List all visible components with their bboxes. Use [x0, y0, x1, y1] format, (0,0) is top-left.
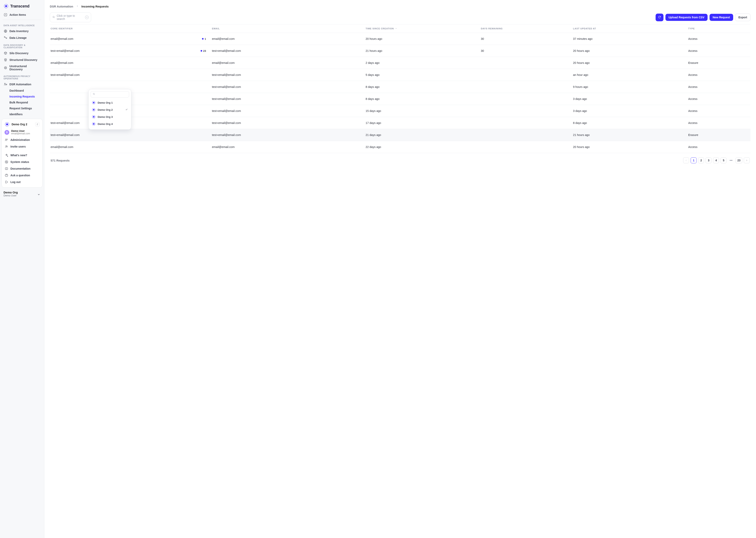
cell-since: 8 days ago	[366, 85, 481, 88]
cell-since: 17 days ago	[366, 121, 481, 125]
cell-email: email@email.com	[212, 145, 365, 148]
svg-point-5	[6, 38, 7, 39]
table-row[interactable]: test+email@email.comtest+email@email.com…	[50, 129, 750, 141]
org-option[interactable]: Demo Org 3	[91, 113, 129, 120]
cell-since: 22 days ago	[366, 145, 481, 148]
brand[interactable]: Transcend	[0, 2, 44, 11]
swap-icon	[35, 122, 40, 127]
svg-point-24	[93, 116, 95, 118]
nav-incoming-requests[interactable]: Incoming Requests	[0, 93, 44, 99]
refresh-button[interactable]	[656, 14, 663, 21]
cell-days: 30	[481, 49, 573, 52]
nav-identifiers[interactable]: Identifiers	[0, 111, 44, 117]
table-row[interactable]: email@email.comemail@email.com22 days ag…	[50, 141, 750, 153]
admin-icon	[5, 138, 9, 142]
nav-label: Structured Discovery	[10, 58, 37, 62]
cell-email: test+email@email.com	[212, 49, 365, 52]
nav-label: Unstructured Discovery	[10, 65, 41, 71]
table-row[interactable]: email@email.comemail@email.com2 days ago…	[50, 57, 750, 69]
table-row[interactable]: test+email@email.com15 days ago3 days ag…	[50, 105, 750, 117]
nav-unstructured-discovery[interactable]: Unstructured Discovery	[0, 63, 44, 72]
export-button[interactable]: Export	[735, 14, 750, 21]
org-card: Demo Org 2 D Demo User email@email.com A…	[2, 119, 42, 188]
link-label: Invite users	[11, 145, 26, 148]
page-last[interactable]: 23	[735, 157, 742, 163]
col-days[interactable]: DAYS REMAINING	[481, 27, 573, 30]
col-email[interactable]: EMAIL	[212, 27, 365, 30]
col-type[interactable]: TYPE	[688, 27, 750, 30]
cell-type: Access	[688, 73, 750, 77]
nav-request-settings[interactable]: Request Settings	[0, 105, 44, 111]
search-input[interactable]: Click or type to search +	[50, 12, 91, 22]
table-row[interactable]: test+email@email.comtest+email@email.com…	[50, 117, 750, 129]
search-icon	[93, 93, 95, 96]
nav-data-inventory[interactable]: Data Inventory	[0, 28, 44, 34]
nav-dsr-automation[interactable]: DSR Automation	[0, 81, 44, 88]
cell-core: email@email.com	[51, 145, 73, 148]
link-system-status[interactable]: System status	[3, 159, 41, 165]
page-2[interactable]: 2	[698, 157, 704, 163]
cell-since: 5 days ago	[366, 73, 481, 77]
cell-type: Access	[688, 49, 750, 52]
svg-point-20	[93, 102, 95, 103]
org-option[interactable]: Demo Org 1	[91, 99, 129, 106]
org-search-input[interactable]	[91, 91, 129, 97]
nav-data-lineage[interactable]: Data Lineage	[0, 34, 44, 41]
link-ask-question[interactable]: Ask a question	[3, 172, 41, 179]
dot-icon	[202, 38, 204, 40]
table-row[interactable]: email@email.com1email@email.com20 hours …	[50, 33, 750, 45]
table-row[interactable]: test+email@email.comtest+email@email.com…	[50, 69, 750, 81]
cell-email: test+email@email.com	[212, 73, 365, 77]
org-option[interactable]: Demo Org 2	[91, 106, 129, 113]
chevron-right-icon	[76, 5, 79, 8]
nav-dashboard[interactable]: Dashboard	[0, 88, 44, 93]
cell-core: test+email@email.com	[51, 49, 79, 52]
lineage-icon	[4, 36, 8, 40]
nav-structured-discovery[interactable]: Structured Discovery	[0, 57, 44, 63]
cell-updated: 20 hours ago	[573, 145, 688, 148]
col-core[interactable]: CORE IDENTIFIER	[51, 27, 212, 30]
footer-org-name: Demo Org	[4, 191, 41, 194]
org-footer[interactable]: Demo Org Demo User	[0, 189, 44, 200]
link-whats-new[interactable]: What's new?	[3, 152, 41, 159]
page-prev[interactable]	[683, 157, 689, 163]
table-row[interactable]: test+email@email.com23test+email@email.c…	[50, 45, 750, 57]
plus-icon[interactable]: +	[85, 16, 89, 19]
badge: 1	[202, 37, 212, 40]
cell-type: Erasure	[688, 61, 750, 64]
nav-bulk-respond[interactable]: Bulk Respond	[0, 99, 44, 105]
link-label: Log out	[11, 181, 21, 184]
org-switcher[interactable]: Demo Org 2	[3, 121, 41, 129]
link-logout[interactable]: Log out	[3, 179, 41, 186]
nav-silo-discovery[interactable]: Silo Discovery	[0, 50, 44, 57]
org-logo-icon	[92, 101, 96, 105]
page-4[interactable]: 4	[713, 157, 719, 163]
cell-core: test+email@email.com	[51, 134, 79, 136]
table-row[interactable]: test+email@email.com8 days ago9 hours ag…	[50, 81, 750, 93]
cell-core: email@email.com	[51, 37, 73, 40]
upload-csv-button[interactable]: Upload Requests from CSV	[665, 14, 708, 21]
link-administration[interactable]: Administration	[3, 136, 41, 143]
page-5[interactable]: 5	[721, 157, 727, 163]
nav-action-items[interactable]: Action Items	[0, 11, 44, 18]
table-row[interactable]: test+email@email.com8 days ago3 days ago…	[50, 93, 750, 105]
page-1[interactable]: 1	[691, 157, 696, 163]
status-icon	[5, 160, 9, 164]
breadcrumb-parent[interactable]: DSR Automation	[50, 5, 73, 8]
link-invite-users[interactable]: Invite users	[3, 143, 41, 150]
link-documentation[interactable]: Documentation	[3, 165, 41, 172]
check-icon	[125, 108, 128, 112]
org-option[interactable]: Demo Org 4	[91, 120, 129, 128]
breadcrumb: DSR Automation Incoming Requests	[50, 4, 750, 12]
nav-label: DSR Automation	[10, 83, 31, 86]
breadcrumb-current: Incoming Requests	[81, 5, 109, 8]
cell-updated: 9 hours ago	[573, 85, 688, 88]
org-logo-icon	[92, 122, 96, 126]
col-updated[interactable]: LAST UPDATED AT	[573, 27, 688, 30]
page-3[interactable]: 3	[706, 157, 712, 163]
new-request-button[interactable]: New Request	[710, 14, 733, 21]
search-icon	[52, 16, 55, 19]
svg-point-1	[5, 5, 7, 7]
page-next[interactable]	[744, 157, 750, 163]
col-since[interactable]: TIME SINCE CREATION	[366, 27, 481, 30]
